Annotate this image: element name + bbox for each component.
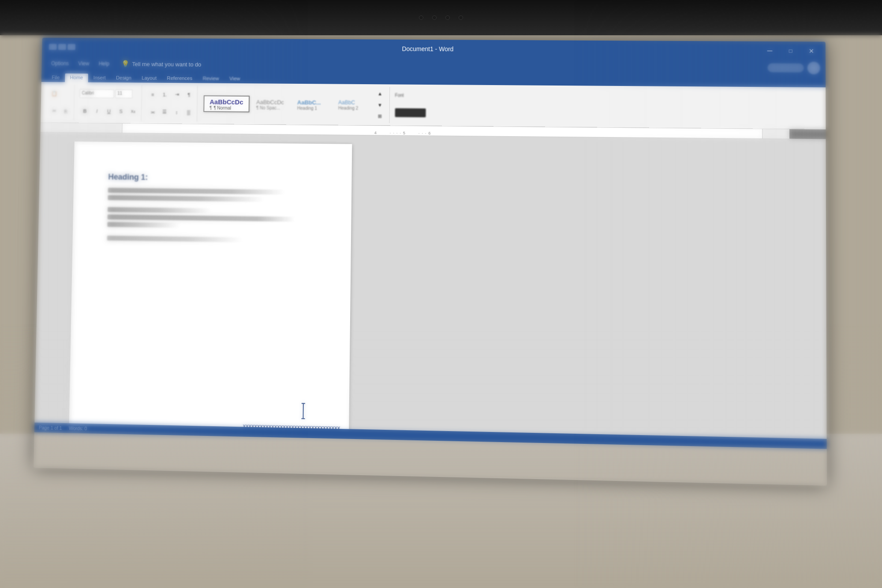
paste-button[interactable]: 📋 (49, 88, 60, 99)
strikethrough-button[interactable]: S (115, 106, 127, 116)
no-spacing-label: ¶ No Spac... (256, 105, 285, 110)
shading-button[interactable]: ▒ (183, 107, 194, 117)
heading2-label: Heading 2 (338, 106, 367, 111)
document-area: Heading 1: (34, 133, 826, 439)
laptop-screen: Document1 - Word ─ □ ✕ Options View Help… (34, 38, 827, 486)
numbering-button[interactable]: 1. (159, 89, 171, 100)
tab-file[interactable]: File (46, 73, 65, 82)
tab-insert[interactable]: Insert (88, 74, 111, 82)
tab-home[interactable]: Home (65, 74, 88, 82)
heading2-style-card[interactable]: AaBbC Heading 2 (333, 97, 373, 112)
no-spacing-preview: AaBbCcDc (256, 99, 285, 105)
copy-button[interactable]: ⎘ (60, 106, 71, 116)
underline-button[interactable]: U (103, 106, 115, 116)
clipboard-group: 📋 ✂ ⎘ (46, 84, 75, 120)
minimize-button[interactable]: ─ (759, 44, 780, 58)
align-left-button[interactable]: ⫘ (147, 107, 158, 117)
bullets-button[interactable]: ≡ (147, 89, 158, 100)
styles-group: AaBbCcDc ¶ ¶ Normal AaBbCcDc ¶ No Spac..… (200, 86, 390, 123)
align-center-button[interactable]: ☰ (159, 107, 170, 117)
heading1-style-card[interactable]: AaBbC... Heading 1 (292, 97, 332, 112)
camera-dot-1 (419, 15, 423, 20)
tell-me-box[interactable]: 💡 Tell me what you want to do (121, 60, 201, 68)
normal-style-card[interactable]: AaBbCcDc ¶ ¶ Normal (203, 95, 249, 112)
pilcrow-button[interactable]: ¶ (183, 89, 195, 100)
text-cursor (301, 403, 305, 419)
italic-button[interactable]: I (91, 106, 103, 116)
window-title: Document1 - Word (402, 45, 453, 53)
tell-me-text: Tell me what you want to do (132, 60, 201, 67)
heading1-label: Heading 1 (297, 105, 326, 110)
maximize-button[interactable]: □ (780, 44, 801, 58)
lightbulb-icon: 💡 (121, 60, 130, 68)
styles-expand-button[interactable]: ⊞ (374, 111, 385, 122)
camera-dot-2 (432, 15, 437, 20)
laptop-camera-bar (0, 0, 882, 35)
word-count: Words: 0 (69, 425, 87, 431)
normal-style-preview: AaBbCcDc (209, 98, 243, 105)
paragraph-group: ≡ 1. ⇥ ¶ ⫘ ☰ ↕ ▒ (144, 85, 198, 121)
tab-layout[interactable]: Layout (136, 74, 162, 83)
tab-view[interactable]: View (224, 74, 245, 83)
editing-group: Font (392, 87, 429, 123)
camera-dot-4 (459, 15, 463, 20)
no-spacing-style-card[interactable]: AaBbCcDc ¶ No Spac... (251, 97, 290, 112)
tab-design[interactable]: Design (111, 74, 137, 82)
styles-up-button[interactable]: ▲ (374, 88, 386, 99)
close-button[interactable]: ✕ (801, 44, 822, 58)
menu-item-help[interactable]: Help (94, 59, 114, 68)
menu-item-options[interactable]: Options (47, 59, 73, 68)
line-spacing-button[interactable]: ↕ (171, 107, 183, 117)
bold-button[interactable]: B (79, 105, 91, 116)
doc-heading: Heading 1: (108, 172, 317, 184)
page-count: Page 1 of 1 (39, 425, 62, 431)
tab-references[interactable]: References (162, 74, 198, 83)
document-page: Heading 1: (69, 141, 352, 439)
menu-item-view[interactable]: View (74, 59, 93, 68)
tab-review[interactable]: Review (198, 74, 224, 83)
subscript-button[interactable]: x₂ (127, 106, 139, 116)
ribbon-content: 📋 ✂ ⎘ Calibri 11 B I U S x₂ ≡ (41, 82, 826, 130)
styles-down-button[interactable]: ▼ (374, 100, 385, 110)
font-group: Calibri 11 B I U S x₂ (77, 85, 142, 121)
camera-dot-3 (445, 15, 450, 20)
indent-button[interactable]: ⇥ (171, 89, 183, 100)
normal-style-label: ¶ ¶ Normal (209, 105, 243, 111)
cut-button[interactable]: ✂ (49, 106, 60, 116)
